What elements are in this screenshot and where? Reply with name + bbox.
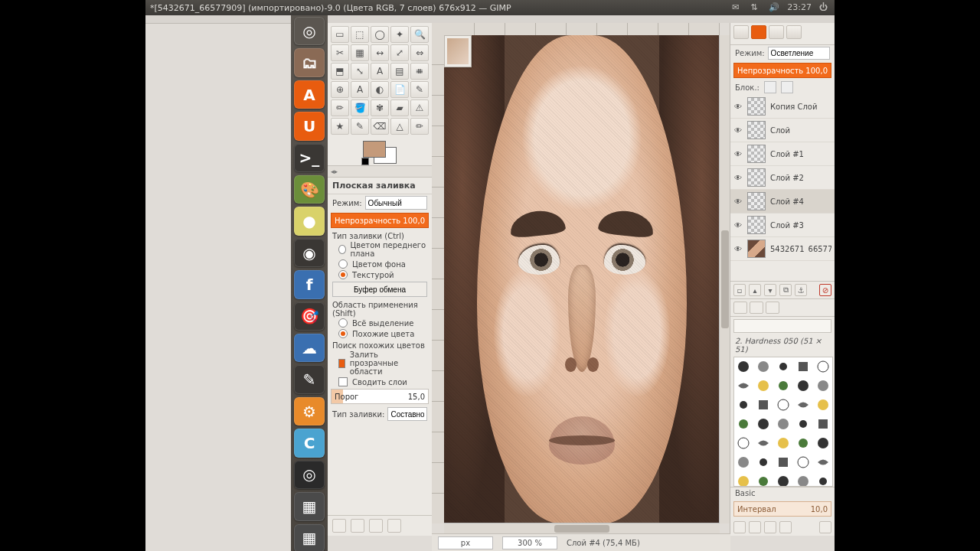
tool-28[interactable]: △ <box>390 118 409 135</box>
launcher-blender[interactable]: ⚙ <box>294 397 325 425</box>
tool-11[interactable]: ⤡ <box>351 63 369 80</box>
tool-16[interactable]: A <box>351 81 369 98</box>
brush-item[interactable] <box>813 377 832 395</box>
clock[interactable]: 23:27 <box>787 2 812 13</box>
visibility-icon[interactable]: 👁 <box>733 103 743 111</box>
tool-20[interactable]: ✏ <box>331 99 349 116</box>
footer-icon[interactable] <box>332 519 346 533</box>
zoom-select[interactable]: 300 % <box>502 536 557 549</box>
tool-26[interactable]: ✎ <box>351 118 369 135</box>
tool-5[interactable]: ✂ <box>331 44 349 61</box>
launcher-social[interactable]: f <box>294 270 325 298</box>
brush-item[interactable] <box>774 396 793 414</box>
brush-item[interactable] <box>734 396 753 414</box>
tool-8[interactable]: ⤢ <box>390 44 409 61</box>
unit-select[interactable]: px <box>438 536 493 549</box>
fill-transparent-checkbox[interactable]: Залить прозрачные области <box>328 350 432 377</box>
launcher-chrome[interactable]: ◉ <box>294 239 325 267</box>
tool-23[interactable]: ▰ <box>390 99 409 116</box>
tab-undo[interactable] <box>786 25 802 39</box>
launcher-edit[interactable]: ✎ <box>294 365 325 393</box>
brush-item[interactable] <box>774 453 793 471</box>
brush-item[interactable] <box>793 472 812 487</box>
fg-color[interactable] <box>363 141 386 158</box>
layer-row[interactable]: 👁Копия Слой <box>730 95 835 119</box>
layer-thumbnail[interactable] <box>747 97 766 116</box>
layer-thumbnail[interactable] <box>747 192 766 210</box>
brush-item[interactable] <box>734 434 753 452</box>
launcher-cloud[interactable]: ☁ <box>294 334 325 362</box>
brush-item[interactable] <box>793 377 812 395</box>
brush-item[interactable] <box>754 453 773 471</box>
brush-item[interactable] <box>813 472 832 487</box>
tool-18[interactable]: 📄 <box>390 81 409 98</box>
brush-item[interactable] <box>793 415 812 433</box>
brush-item[interactable] <box>754 396 773 414</box>
tool-6[interactable]: ▦ <box>351 44 369 61</box>
tool-14[interactable]: ⩩ <box>410 63 429 80</box>
launcher-misc2[interactable]: ▦ <box>294 524 325 552</box>
visibility-icon[interactable]: 👁 <box>733 126 743 135</box>
visibility-icon[interactable]: 👁 <box>733 245 743 253</box>
brush-item[interactable] <box>734 453 753 471</box>
launcher-record[interactable]: ◎ <box>294 461 325 489</box>
tool-7[interactable]: ↔ <box>371 44 389 61</box>
visibility-icon[interactable]: 👁 <box>733 197 743 206</box>
layer-opacity-slider[interactable]: Непрозрачность 100,0 <box>733 63 831 78</box>
launcher-misc1[interactable]: ▦ <box>294 492 325 520</box>
brush-item[interactable] <box>754 415 773 433</box>
launcher-gimp[interactable]: 🎨 <box>294 175 325 204</box>
brush-item[interactable] <box>734 377 753 395</box>
tab-channels[interactable] <box>751 25 766 39</box>
tool-1[interactable]: ⬚ <box>351 26 369 43</box>
tool-4[interactable]: 🔍 <box>410 26 429 43</box>
fill-type-radio[interactable]: Текстурой <box>328 269 432 280</box>
fillby-select[interactable] <box>387 407 427 421</box>
layer-row[interactable]: 👁Слой #4 <box>730 190 835 214</box>
layer-thumbnail[interactable] <box>747 145 766 163</box>
tool-2[interactable]: ◯ <box>371 26 389 43</box>
brush-item[interactable] <box>793 396 812 414</box>
layer-thumbnail[interactable] <box>747 168 766 187</box>
brush-footer-icon[interactable] <box>779 521 792 533</box>
footer-icon[interactable] <box>351 519 364 533</box>
brush-item[interactable] <box>754 434 773 452</box>
brush-footer-icon[interactable] <box>733 521 746 533</box>
canvas[interactable] <box>444 35 720 523</box>
new-layer-icon[interactable]: ▫ <box>733 284 746 296</box>
brush-footer-icon[interactable] <box>764 521 776 533</box>
session-icon[interactable]: ⏻ <box>819 2 830 13</box>
layer-thumbnail[interactable] <box>747 216 766 234</box>
layer-thumbnail[interactable] <box>747 240 766 258</box>
layer-row[interactable]: 👁Слой #3 <box>730 214 835 237</box>
launcher-app-c[interactable]: C <box>294 429 325 457</box>
tool-19[interactable]: ✎ <box>410 81 429 98</box>
tool-10[interactable]: ⬒ <box>331 63 349 80</box>
launcher-ubuntu-one[interactable]: U <box>294 112 325 140</box>
fill-type-radio[interactable]: Цветом фона <box>328 259 432 269</box>
fill-type-radio[interactable]: Цветом переднего плана <box>328 240 432 259</box>
brush-item[interactable] <box>793 434 812 452</box>
layer-name[interactable]: Слой #1 <box>770 150 831 158</box>
brush-item[interactable] <box>774 357 793 376</box>
launcher-app-a[interactable]: A <box>294 80 325 109</box>
lock-alpha-icon[interactable] <box>781 81 793 93</box>
brush-item[interactable] <box>754 357 773 376</box>
duplicate-layer-icon[interactable]: ⧉ <box>779 284 792 296</box>
layer-row[interactable]: 👁Слой #1 <box>730 142 835 166</box>
brush-item[interactable] <box>813 415 832 433</box>
scrollbar-vertical[interactable] <box>719 35 730 523</box>
brush-item[interactable] <box>774 434 793 452</box>
brush-item[interactable] <box>774 415 793 433</box>
tray-icon[interactable]: ✉ <box>732 2 743 13</box>
ruler-vertical[interactable] <box>432 35 445 523</box>
layer-name[interactable]: Слой #2 <box>770 174 831 182</box>
brush-item[interactable] <box>774 377 793 395</box>
brush-item[interactable] <box>774 472 793 487</box>
brush-item[interactable] <box>754 472 773 487</box>
tab-paths[interactable] <box>769 25 784 39</box>
layer-name[interactable]: Слой #3 <box>770 221 831 230</box>
visibility-icon[interactable]: 👁 <box>733 150 743 158</box>
tool-13[interactable]: ▤ <box>390 63 409 80</box>
tray-icon[interactable]: 🔊 <box>769 2 779 13</box>
